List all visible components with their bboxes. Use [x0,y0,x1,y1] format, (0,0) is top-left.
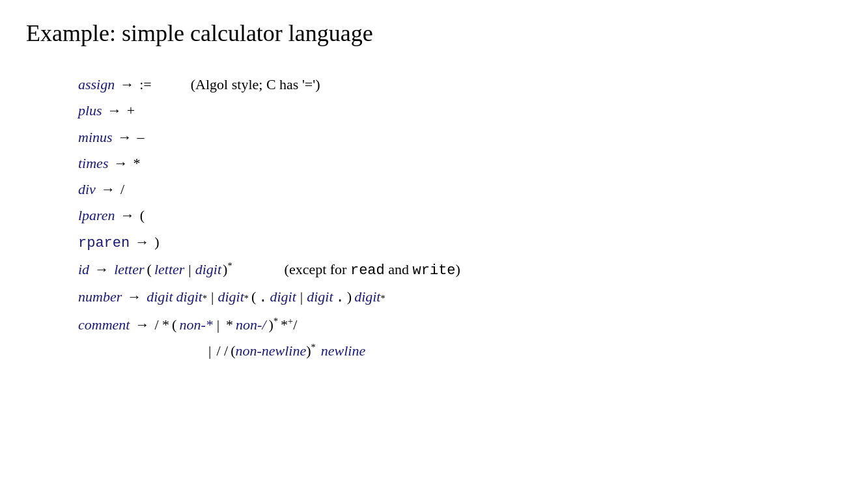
rule-rparen: rparen → ) [78,231,829,255]
rhs-id-letter2: letter [154,258,184,281]
arrow-assign: → [120,73,134,96]
rhs-rparen: ) [154,231,159,254]
rhs-assign: := [139,73,152,96]
arrow-id: → [94,258,109,281]
page-title: Example: simple calculator language [26,20,829,47]
rule-comment: comment → / * ( non-* | * non-/ )* *+/ [78,313,829,337]
arrow-minus: → [118,126,132,149]
rhs-comment-star: * [226,313,233,337]
rhs-comment-newline: newline [321,339,365,363]
rule-lparen: lparen → ( [78,204,829,227]
rhs-comment-open: / * [154,313,169,337]
comment-id: (except for read and write) [285,258,460,283]
nt-assign: assign [78,73,115,96]
rhs-number-1: digit [147,285,173,309]
rule-plus: plus → + [78,99,829,122]
rhs-plus: + [127,99,135,122]
nt-div: div [78,178,96,201]
rhs-comment-starplus: *+/ [281,313,297,337]
rhs-id-digit: digit [195,258,221,281]
rule-times: times → * [78,152,829,175]
nt-number: number [78,285,122,309]
rhs-comment-non-star: non-* [179,313,212,337]
rule-id: id → letter ( letter | digit )* (except … [78,258,829,283]
arrow-lparen: → [120,204,135,227]
rhs-minus: – [137,126,145,149]
rhs-lparen: ( [140,204,145,227]
rule-assign: assign → := (Algol style; C has '=') [78,73,829,96]
rhs-number-digit3: digit [270,285,296,309]
rhs-number-3: digit [217,285,244,309]
nt-id: id [78,258,89,281]
rhs-div: / [120,178,124,201]
rhs-comment-non-slash: non-/ [236,313,266,337]
rhs-comment-alt-open: / / [216,339,228,363]
nt-lparen: lparen [78,204,115,227]
rhs-number-2: digit [176,285,203,309]
arrow-number: → [127,285,141,309]
nt-times: times [78,152,108,175]
pipe-id: | [188,258,191,281]
arrow-plus: → [107,99,122,122]
rhs-number-digit4: digit [307,285,333,309]
rhs-comment-non-newline: non-newline [235,339,306,363]
rule-comment-alt: | / / (non-newline)* newline [208,339,829,363]
rule-number: number → digit digit* | digit* ( . digit… [78,285,829,310]
grammar-container: assign → := (Algol style; C has '=') plu… [78,73,829,363]
rule-minus: minus → – [78,126,829,149]
nt-minus: minus [78,126,113,149]
nt-plus: plus [78,99,102,122]
dot-2: . [336,287,344,310]
rhs-number-digit5: digit [354,285,380,309]
nt-rparen: rparen [78,232,130,255]
dot-1: . [259,287,267,310]
arrow-times: → [113,152,128,175]
rhs-times: * [133,152,140,175]
nt-comment: comment [78,313,130,337]
rule-div: div → / [78,178,829,201]
arrow-comment: → [135,313,149,337]
arrow-rparen: → [135,231,149,254]
comment-assign: (Algol style; C has '=') [191,73,320,96]
rhs-id-letter: letter [114,258,144,281]
arrow-div: → [101,178,115,201]
